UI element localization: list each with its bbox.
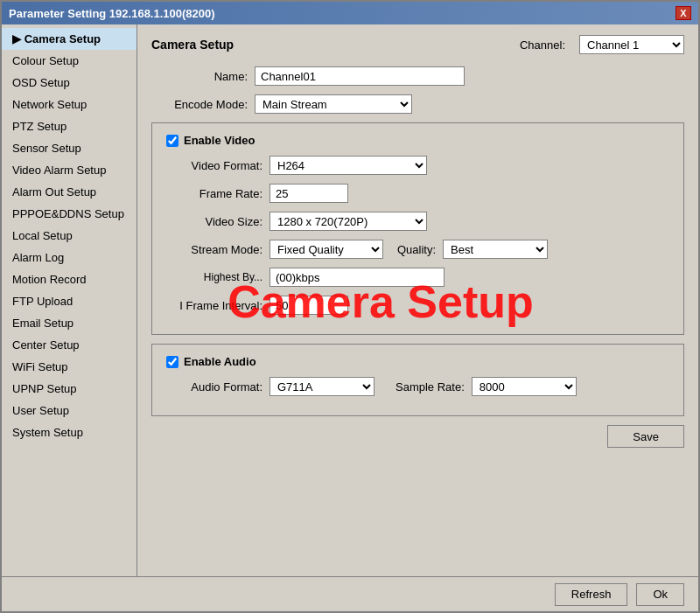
video-format-label: Video Format: [166, 159, 262, 172]
sidebar-item-system-setup[interactable]: System Setup [2, 421, 136, 443]
sidebar-item-network-setup[interactable]: Network Setup [2, 94, 136, 115]
highest-bitrate-label: Highest By... [166, 271, 262, 283]
sidebar-item-sensor-setup[interactable]: Sensor Setup [2, 137, 136, 159]
sidebar-item-motion-record[interactable]: Motion Record [2, 268, 136, 290]
main-content: Camera Setup Colour Setup OSD Setup Netw… [2, 24, 698, 576]
main-window: Parameter Setting 192.168.1.100(8200) X … [0, 0, 700, 613]
channel-label: Channel: [520, 38, 565, 52]
name-label: Name: [151, 70, 248, 83]
sidebar-item-email-setup[interactable]: Email Setup [2, 312, 136, 334]
sidebar-item-wifi-setup[interactable]: WiFi Setup [2, 356, 136, 378]
section-title: Camera Setup [151, 38, 234, 52]
section-header: Camera Setup Channel: Channel 1 Channel … [151, 35, 684, 54]
video-format-row: Video Format: H264 H265 MJPEG [166, 156, 669, 175]
save-button[interactable]: Save [607, 425, 684, 448]
sample-rate-select[interactable]: 8000 16000 [472, 377, 577, 396]
sidebar-item-alarm-out-setup[interactable]: Alarm Out Setup [2, 181, 136, 203]
quality-label: Quality: [397, 243, 436, 256]
name-row: Name: [151, 66, 684, 86]
channel-select[interactable]: Channel 1 Channel 2 Channel 3 Channel 4 [579, 35, 684, 54]
enable-video-row: Enable Video [166, 134, 669, 147]
sidebar-item-ptz-setup[interactable]: PTZ Setup [2, 115, 136, 137]
video-size-row: Video Size: 1280 x 720(720P) 1920 x 1080… [166, 212, 669, 231]
video-section: Enable Video Video Format: H264 H265 MJP… [151, 122, 684, 335]
enable-audio-checkbox[interactable] [166, 356, 178, 368]
iframe-input[interactable] [270, 296, 348, 315]
title-bar: Parameter Setting 192.168.1.100(8200) X [2, 2, 698, 24]
save-area: Save [151, 425, 684, 448]
encode-mode-select[interactable]: Main Stream Sub Stream [255, 94, 412, 114]
frame-rate-label: Frame Rate: [166, 187, 262, 200]
highest-bitrate-row: Highest By... [166, 268, 669, 287]
stream-mode-select[interactable]: Fixed Quality Fixed Bitrate [270, 240, 383, 259]
close-button[interactable]: X [676, 6, 691, 20]
audio-section: Enable Audio Audio Format: G711A G711U G… [151, 344, 684, 416]
sidebar-item-alarm-log[interactable]: Alarm Log [2, 247, 136, 268]
sidebar-item-osd-setup[interactable]: OSD Setup [2, 72, 136, 94]
frame-rate-row: Frame Rate: [166, 184, 669, 203]
audio-format-label: Audio Format: [166, 380, 262, 394]
audio-format-select[interactable]: G711A G711U G726 [270, 377, 374, 396]
refresh-button[interactable]: Refresh [555, 583, 628, 606]
name-input[interactable] [255, 66, 465, 86]
video-size-label: Video Size: [166, 215, 262, 228]
encode-mode-label: Encode Mode: [151, 98, 248, 111]
sidebar-item-center-setup[interactable]: Center Setup [2, 334, 136, 356]
quality-select[interactable]: Best Better Good Normal Low [443, 240, 548, 259]
audio-format-row: Audio Format: G711A G711U G726 Sample Ra… [166, 377, 669, 396]
video-size-select[interactable]: 1280 x 720(720P) 1920 x 1080(1080P) 640 … [270, 212, 427, 231]
stream-mode-row: Stream Mode: Fixed Quality Fixed Bitrate… [166, 240, 669, 259]
encode-mode-row: Encode Mode: Main Stream Sub Stream [151, 94, 684, 114]
bottom-bar: Refresh Ok [2, 576, 698, 611]
sample-rate-label: Sample Rate: [396, 380, 465, 394]
sidebar-item-user-setup[interactable]: User Setup [2, 400, 136, 421]
content-area: Camera Setup Camera Setup Channel: Chann… [137, 24, 698, 576]
iframe-row: I Frame Interval: [166, 296, 669, 315]
sidebar-item-pppoe-ddns-setup[interactable]: PPPOE&DDNS Setup [2, 203, 136, 225]
video-format-select[interactable]: H264 H265 MJPEG [270, 156, 427, 175]
bitrate-input[interactable] [270, 268, 444, 287]
sidebar-item-ftp-upload[interactable]: FTP Upload [2, 290, 136, 312]
window-title: Parameter Setting 192.168.1.100(8200) [9, 7, 215, 20]
sidebar-item-local-setup[interactable]: Local Setup [2, 225, 136, 247]
enable-video-label: Enable Video [184, 134, 255, 147]
sidebar-item-colour-setup[interactable]: Colour Setup [2, 50, 136, 72]
sidebar-item-upnp-setup[interactable]: UPNP Setup [2, 378, 136, 400]
sidebar-item-camera-setup[interactable]: Camera Setup [2, 28, 136, 50]
stream-mode-label: Stream Mode: [166, 243, 262, 256]
sidebar: Camera Setup Colour Setup OSD Setup Netw… [2, 24, 137, 576]
frame-rate-input[interactable] [270, 184, 348, 203]
enable-video-checkbox[interactable] [166, 135, 178, 147]
enable-audio-label: Enable Audio [184, 355, 256, 368]
iframe-label: I Frame Interval: [166, 299, 262, 312]
ok-button[interactable]: Ok [636, 583, 684, 606]
enable-audio-row: Enable Audio [166, 355, 669, 368]
sidebar-item-video-alarm-setup[interactable]: Video Alarm Setup [2, 159, 136, 181]
